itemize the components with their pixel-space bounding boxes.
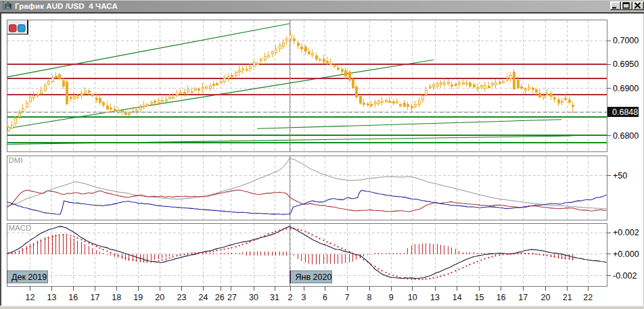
svg-text:18: 18 [112, 293, 121, 302]
svg-text:Дек 2019: Дек 2019 [12, 272, 47, 282]
svg-text:MACD: MACD [9, 224, 32, 232]
svg-text:DMI: DMI [9, 156, 23, 164]
svg-text:31: 31 [270, 293, 279, 302]
svg-text:9: 9 [389, 293, 394, 302]
svg-text:22: 22 [583, 293, 593, 302]
svg-text:8: 8 [367, 293, 372, 302]
svg-text:-0.002: -0.002 [613, 271, 637, 281]
svg-text:13: 13 [430, 293, 440, 302]
svg-text:27: 27 [227, 293, 237, 302]
svg-text:10: 10 [408, 293, 417, 302]
svg-text:7: 7 [345, 293, 350, 302]
svg-text:+50: +50 [613, 171, 627, 181]
svg-text:Янв 2020: Янв 2020 [296, 272, 332, 282]
svg-text:30: 30 [249, 293, 258, 302]
svg-text:+0.002: +0.002 [613, 228, 639, 237]
svg-text:19: 19 [133, 293, 143, 302]
svg-text:0.6800: 0.6800 [613, 131, 639, 141]
svg-text:12: 12 [26, 293, 35, 302]
svg-text:20: 20 [155, 293, 164, 302]
svg-text:23: 23 [177, 293, 187, 302]
svg-text:2: 2 [288, 293, 293, 302]
svg-text:0.7000: 0.7000 [613, 36, 639, 45]
svg-text:17: 17 [91, 293, 100, 302]
svg-text:6: 6 [323, 293, 327, 302]
svg-text:0.6950: 0.6950 [613, 60, 639, 69]
svg-text:16: 16 [497, 293, 506, 302]
svg-text:21: 21 [563, 293, 572, 302]
svg-text:14: 14 [453, 293, 462, 302]
svg-text:24: 24 [199, 293, 208, 302]
svg-text:3: 3 [302, 293, 306, 302]
svg-text:17: 17 [518, 293, 528, 302]
svg-text:0.6900: 0.6900 [613, 84, 639, 93]
svg-text:26: 26 [215, 293, 225, 302]
svg-text:20: 20 [541, 293, 551, 302]
svg-text:0.6848: 0.6848 [612, 108, 638, 117]
svg-text:+0.000: +0.000 [613, 249, 639, 259]
svg-text:13: 13 [47, 293, 57, 302]
svg-text:16: 16 [68, 293, 78, 302]
svg-text:15: 15 [474, 293, 484, 302]
